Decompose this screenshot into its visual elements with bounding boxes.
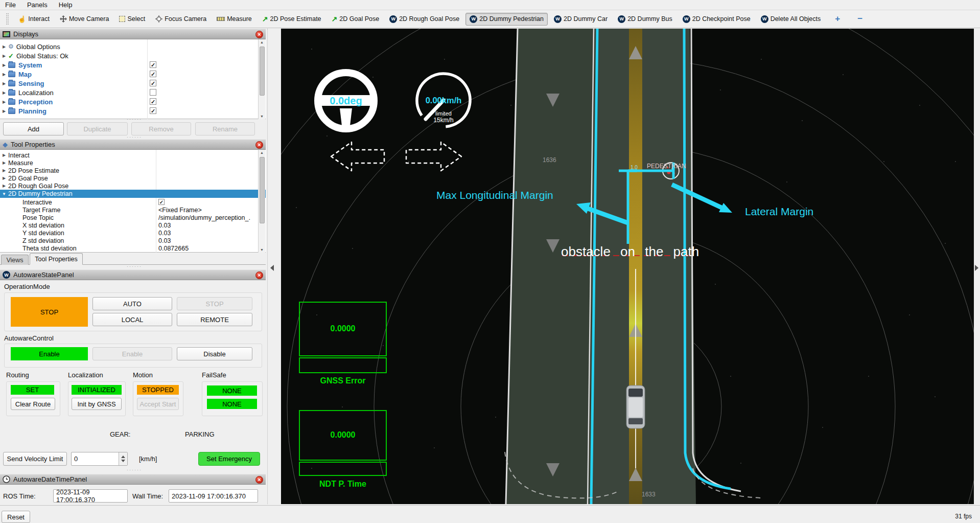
checkbox-perception[interactable]: ✓ [150, 98, 156, 105]
toolbar-button-remove-tool[interactable]: − [853, 13, 867, 25]
toolbar-grip-handle[interactable] [6, 13, 9, 25]
accept-start-button[interactable]: Accept Start [137, 398, 179, 410]
checkbox-map[interactable]: ✓ [150, 71, 156, 77]
property-row-interactive[interactable]: Interactive [0, 198, 257, 206]
ros-time-field[interactable]: 2023-11-09 17:00:16.370 [53, 489, 128, 503]
tool-row-2d-pose-estimate[interactable]: ▶ 2D Pose Estimate [0, 167, 257, 174]
tree-row-perception[interactable]: ▶ Perception [0, 97, 257, 106]
right-dock-splitter[interactable] [974, 29, 980, 504]
menu-item-help[interactable]: Help [59, 1, 73, 9]
checkbox-planning[interactable]: ✓ [150, 107, 156, 114]
property-value-y-std[interactable]: 0.03 [158, 230, 171, 237]
toolbar-button-2d-rough-goal-pose[interactable]: W 2D Rough Goal Pose [385, 13, 463, 26]
chevron-right-icon[interactable]: ▶ [0, 100, 8, 104]
add-button[interactable]: Add [3, 122, 64, 135]
disable-button[interactable]: Disable [177, 347, 252, 360]
init-by-gnss-button[interactable]: Init by GNSS [72, 398, 122, 410]
tree-row-global-options[interactable]: ▶ ⚙ Global Options [0, 42, 257, 51]
3d-viewport[interactable]: 0.0deg 0.00km/h limited 15km/h Max Longi… [281, 29, 974, 504]
tree-row-planning[interactable]: ▶ Planning [0, 106, 257, 116]
scroll-down-icon[interactable]: ▼ [259, 248, 265, 252]
local-button[interactable]: LOCAL [92, 313, 172, 326]
displays-panel-header[interactable]: Displays × [0, 29, 266, 39]
close-icon[interactable]: × [255, 141, 263, 149]
property-row-x-std[interactable]: X std deviation [0, 221, 257, 229]
tool-row-2d-dummy-pedestrian-selected[interactable]: ▼ 2D Dummy Pedestrian [0, 190, 266, 198]
remote-button[interactable]: REMOTE [177, 313, 252, 326]
scrollbar-thumb[interactable] [260, 47, 265, 96]
clear-route-button[interactable]: Clear Route [11, 398, 55, 410]
property-value-z-std[interactable]: 0.03 [158, 237, 171, 244]
property-value-pose-topic[interactable]: /simulation/dummy_perception_. [158, 214, 250, 221]
toolbar-button-delete-all-objects[interactable]: W Delete All Objects [757, 13, 825, 26]
close-icon[interactable]: × [255, 31, 263, 38]
toolbar-button-2d-goal-pose[interactable]: ↗ 2D Goal Pose [328, 13, 384, 25]
close-icon[interactable]: × [255, 476, 263, 484]
chevron-right-icon[interactable]: ▶ [0, 109, 8, 113]
spin-up-icon[interactable] [121, 456, 125, 458]
scroll-up-icon[interactable]: ▲ [259, 40, 265, 44]
chevron-right-icon[interactable]: ▶ [0, 184, 8, 188]
property-value-target-frame[interactable]: <Fixed Frame> [158, 207, 202, 214]
toolbar-button-2d-dummy-bus[interactable]: W 2D Dummy Bus [614, 13, 676, 26]
tree-row-system[interactable]: ▶ System [0, 60, 257, 70]
collapse-left-icon[interactable] [270, 265, 274, 271]
duplicate-button[interactable]: Duplicate [67, 122, 128, 135]
toolbar-button-measure[interactable]: Measure [213, 13, 256, 25]
menu-item-file[interactable]: File [5, 1, 16, 9]
property-row-theta-std[interactable]: Theta std deviation [0, 244, 257, 252]
tree-row-global-status[interactable]: ▶ ✓ Global Status: Ok [0, 51, 257, 60]
spinner-buttons[interactable] [119, 452, 127, 465]
interactive-checkbox[interactable]: ✓ [158, 199, 165, 205]
tool-properties-scrollbar[interactable]: ▲ ▼ [258, 150, 265, 253]
velocity-limit-spinbox[interactable]: 0 [71, 452, 128, 466]
toolbar-button-2d-dummy-pedestrian[interactable]: W 2D Dummy Pedestrian [465, 13, 548, 26]
autoware-state-panel-header[interactable]: W AutowareStatePanel × [0, 269, 266, 280]
collapse-right-icon[interactable] [975, 265, 978, 271]
left-dock-splitter[interactable] [266, 29, 281, 504]
close-icon[interactable]: × [255, 271, 263, 279]
scroll-up-icon[interactable]: ▲ [259, 151, 265, 154]
toolbar-button-interact[interactable]: ☝ Interact [14, 13, 54, 26]
send-velocity-limit-button[interactable]: Send Velocity Limit [3, 452, 67, 466]
property-value-x-std[interactable]: 0.03 [158, 222, 171, 229]
chevron-right-icon[interactable]: ▶ [0, 168, 8, 173]
splitter-handle[interactable]: ······ [127, 117, 142, 122]
splitter-handle[interactable]: ······ [127, 264, 142, 269]
chevron-right-icon[interactable]: ▶ [0, 90, 8, 95]
toolbar-button-2d-dummy-car[interactable]: W 2D Dummy Car [550, 13, 612, 26]
displays-scrollbar[interactable]: ▲ ▼ [258, 39, 265, 119]
chevron-down-icon[interactable]: ▼ [0, 192, 8, 196]
tree-row-map[interactable]: ▶ Map [0, 70, 257, 79]
rename-button[interactable]: Rename [195, 122, 255, 135]
tool-row-2d-rough-goal-pose[interactable]: ▶ 2D Rough Goal Pose [0, 182, 257, 190]
enable-button[interactable]: Enable [92, 347, 172, 360]
toolbar-button-2d-checkpoint-pose[interactable]: W 2D Checkpoint Pose [679, 13, 755, 26]
reset-button[interactable]: Reset [2, 511, 30, 523]
scrollbar-thumb[interactable] [260, 157, 265, 223]
tool-properties-panel-header[interactable]: ◆ Tool Properties × [0, 139, 266, 150]
toolbar-button-move-camera[interactable]: Move Camera [56, 13, 113, 25]
splitter-handle[interactable]: ······ [127, 467, 142, 472]
remove-button[interactable]: Remove [131, 122, 191, 135]
property-row-z-std[interactable]: Z std deviation [0, 237, 257, 244]
datetime-panel-header[interactable]: AutowareDateTimePanel × [0, 474, 266, 485]
toolbar-button-add-tool[interactable]: + [831, 13, 844, 25]
tool-row-interact[interactable]: ▶ Interact [0, 151, 257, 159]
stop-button[interactable]: STOP [177, 297, 252, 310]
chevron-right-icon[interactable]: ▶ [0, 176, 8, 180]
menu-item-panels[interactable]: Panels [27, 1, 48, 9]
property-value-theta-std[interactable]: 0.0872665 [158, 245, 189, 252]
tree-row-localization[interactable]: ▶ Localization [0, 88, 257, 97]
chevron-right-icon[interactable]: ▶ [0, 72, 8, 77]
chevron-right-icon[interactable]: ▶ [0, 44, 8, 49]
auto-button[interactable]: AUTO [92, 297, 172, 310]
checkbox-system[interactable]: ✓ [150, 61, 156, 68]
checkbox-localization[interactable] [150, 89, 156, 96]
tree-row-sensing[interactable]: ▶ Sensing [0, 79, 257, 88]
checkbox-sensing[interactable]: ✓ [150, 80, 156, 86]
chevron-right-icon[interactable]: ▶ [0, 81, 8, 86]
toolbar-button-2d-pose-estimate[interactable]: ↗ 2D Pose Estimate [258, 13, 325, 25]
property-row-target-frame[interactable]: Target Frame [0, 206, 257, 214]
property-row-y-std[interactable]: Y std deviation [0, 229, 257, 237]
